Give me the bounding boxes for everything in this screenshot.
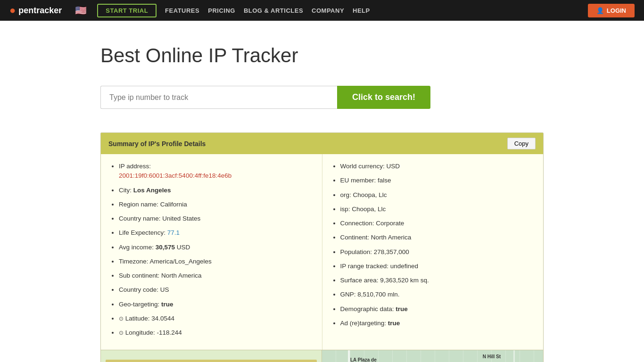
- results-right-col: World currency: USD EU member: false org…: [322, 154, 544, 350]
- list-item: EU member: false: [340, 176, 534, 185]
- nav-pricing-link[interactable]: PRICING: [208, 7, 235, 14]
- navbar: ● pentracker 🇺🇸 START TRIAL FEATURES PRI…: [0, 0, 644, 21]
- site-logo[interactable]: ● pentracker: [9, 4, 62, 16]
- list-item: Demographic data: true: [340, 304, 534, 314]
- results-title: Summary of IP's Profile Details: [108, 140, 206, 148]
- nav-company-link[interactable]: COMPANY: [312, 7, 344, 14]
- list-item: Timezone: America/Los_Angeles: [119, 257, 313, 266]
- list-item: Surface area: 9,363,520 km sq.: [340, 276, 534, 285]
- results-container: Summary of IP's Profile Details Copy IP …: [100, 132, 544, 362]
- list-item: Continent: North America: [340, 233, 534, 242]
- map-container[interactable]: ▼ 34°03'15.8"N 118°14'38.4"W Little Toky…: [101, 350, 543, 362]
- list-item: Life Expectency: 77.1: [119, 228, 313, 238]
- map-left-panel: ▼ 34°03'15.8"N 118°14'38.4"W Little Toky…: [101, 350, 322, 362]
- main-content: Best Online IP Tracker Click to search! …: [91, 21, 553, 362]
- start-trial-button[interactable]: START TRIAL: [97, 4, 157, 17]
- list-item: ⊙ Latitude: 34.0544: [119, 314, 313, 323]
- list-item: City: Los Angeles: [119, 186, 313, 195]
- list-item: Population: 278,357,000: [340, 247, 534, 257]
- ip-address-value: 2001:19f0:6001:3acf:5400:4ff:fe18:4e6b: [119, 172, 231, 179]
- list-item: ⊙ Longitude: -118.244: [119, 328, 313, 337]
- list-item: IP address: 2001:19f0:6001:3acf:5400:4ff…: [119, 162, 313, 181]
- nav-help-link[interactable]: HELP: [353, 7, 370, 14]
- nav-blog-link[interactable]: BLOG & ARTICLES: [244, 7, 303, 14]
- map-label-1: LA Plaza de: [350, 357, 377, 362]
- list-item: Geo-targeting: true: [119, 300, 313, 309]
- flag-icon[interactable]: 🇺🇸: [75, 5, 87, 16]
- results-body: IP address: 2001:19f0:6001:3acf:5400:4ff…: [101, 154, 543, 350]
- list-item: Region name: California: [119, 200, 313, 209]
- list-item: GNP: 8,510,700 mln.: [340, 290, 534, 299]
- list-item: IP range tracked: undefined: [340, 262, 534, 271]
- list-item: Connection: Corporate: [340, 219, 534, 228]
- list-item: org: Choopa, Llc: [340, 190, 534, 200]
- list-item: Ad (re)targeting: true: [340, 319, 534, 328]
- logo-text: pentracker: [18, 6, 62, 16]
- map-right-panel[interactable]: LA Plaza de Cultura y Artes N Hill St Ch…: [322, 350, 543, 362]
- list-item: Sub continent: North America: [119, 271, 313, 280]
- list-item: World currency: USD: [340, 162, 534, 171]
- list-item: isp: Choopa, Llc: [340, 205, 534, 214]
- list-item: Country code: US: [119, 285, 313, 295]
- page-title: Best Online IP Tracker: [100, 44, 544, 67]
- city-value: Los Angeles: [133, 187, 171, 194]
- copy-button[interactable]: Copy: [507, 138, 536, 149]
- map-label-3: N Hill St: [483, 354, 501, 359]
- search-input[interactable]: [100, 86, 337, 109]
- user-icon: 👤: [596, 7, 604, 14]
- results-left-col: IP address: 2001:19f0:6001:3acf:5400:4ff…: [101, 154, 322, 350]
- list-item: Avg income: 30,575 USD: [119, 243, 313, 252]
- logo-dot-icon: ●: [9, 4, 16, 16]
- list-item: Country name: United States: [119, 214, 313, 223]
- search-button[interactable]: Click to search!: [337, 86, 430, 109]
- nav-features-link[interactable]: FEATURES: [165, 7, 199, 14]
- results-header: Summary of IP's Profile Details Copy: [101, 133, 543, 154]
- search-bar: Click to search!: [100, 86, 430, 109]
- login-button[interactable]: 👤 LOGIN: [588, 4, 635, 17]
- ip-address-label: IP address:: [119, 163, 151, 170]
